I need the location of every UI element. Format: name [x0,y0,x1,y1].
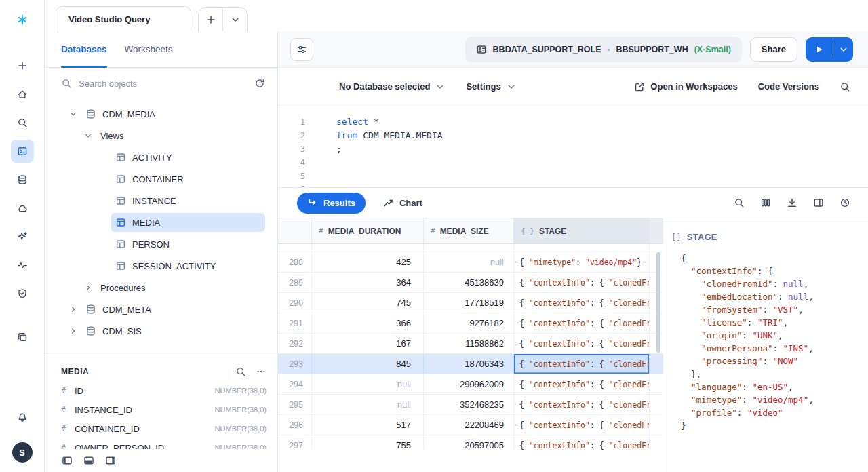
column-row-owner_person_id[interactable]: #OWNER_PERSON_IDNUMBER(38,0) [45,438,277,449]
download-icon[interactable] [787,197,797,208]
layout-bottom-icon[interactable] [83,455,94,466]
media-size-cell[interactable]: 352468235 [424,395,514,414]
stage-cell[interactable] [514,244,650,252]
database-selector[interactable]: No Database selected [339,81,446,92]
open-in-workspaces-link[interactable]: Open in Workspaces [634,81,737,92]
media-duration-cell[interactable]: 745 [312,293,424,313]
rail-item-monitoring[interactable] [11,254,34,277]
tab-databases[interactable]: Databases [61,31,107,67]
media-duration-cell[interactable]: 364 [312,273,424,292]
search-columns-icon[interactable] [235,366,246,377]
media-size-cell[interactable]: 18706343 [424,354,514,374]
table-row[interactable]: 295null352468235{ "contextInfo": { "clon… [278,395,663,415]
table-row[interactable]: 29074517718519{ "contextInfo": { "cloned… [278,293,663,313]
user-avatar[interactable]: S [12,442,33,463]
stage-cell[interactable]: { "contextInfo": { "clonedFro [514,415,650,435]
chevron-right-icon[interactable] [68,304,79,315]
media-size-cell[interactable]: null [424,252,514,272]
code-versions-link[interactable]: Code Versions [758,81,819,92]
rail-item-data-products[interactable] [11,197,34,220]
media-duration-cell[interactable]: null [312,374,424,394]
tree-item-views[interactable]: Views [45,125,277,146]
media-size-cell[interactable] [424,244,514,252]
table-row[interactable]: 28936445138639{ "contextInfo": { "cloned… [278,273,663,293]
column-row-container_id[interactable]: #CONTAINER_IDNUMBER(38,0) [45,419,277,438]
stage-cell[interactable]: { "contextInfo": { "clonedFro [514,435,650,450]
media-duration-cell[interactable]: 845 [312,354,424,374]
media-duration-cell[interactable]: 366 [312,313,424,333]
media-size-cell[interactable]: 11588862 [424,334,514,353]
table-row[interactable]: 288425null{ "mimetype": "video/mp4"} [278,252,663,273]
table-row[interactable]: 29775520597005{ "contextInfo": { "cloned… [278,435,663,450]
settings-menu[interactable]: Settings [466,81,516,92]
worksheet-tab[interactable]: Video Studio Query [56,6,191,31]
run-options-button[interactable] [833,37,853,62]
rail-item-data[interactable] [11,168,34,191]
stage-cell[interactable]: { "contextInfo": { "clonedFro [514,334,650,353]
chart-tab[interactable]: Chart [383,197,422,208]
rail-item-ai-ml[interactable] [11,225,34,248]
tree-item-session_activity[interactable]: SESSION_ACTIVITY [45,255,277,277]
layout-icon[interactable] [813,197,824,208]
column-header-media-size[interactable]: # MEDIA_SIZE [424,218,514,243]
cell-json-viewer[interactable]: { "contextInfo": { "clonedFromId": null,… [681,252,856,432]
media-size-cell[interactable]: 22208469 [424,415,514,435]
stage-cell[interactable]: { "contextInfo": { "clonedFro [514,354,650,374]
tree-item-person[interactable]: PERSON [45,233,277,255]
media-duration-cell[interactable]: 755 [312,435,424,450]
clock-icon[interactable] [840,197,850,208]
column-row-instance_id[interactable]: #INSTANCE_IDNUMBER(38,0) [45,400,277,419]
rail-item-new[interactable] [11,54,34,77]
vertical-scrollbar[interactable] [656,252,660,353]
tree-item-cdm_sis[interactable]: CDM_SIS [45,320,277,342]
media-duration-cell[interactable]: 517 [312,415,424,435]
run-button[interactable] [806,37,833,62]
session-context-selector[interactable]: BBDATA_SUPPORT_ROLE • BBSUPPORT_WH (X-Sm… [465,37,742,62]
rail-item-search[interactable] [11,111,34,134]
table-row[interactable]: 29384518706343{ "contextInfo": { "cloned… [278,354,663,374]
tree-item-instance[interactable]: INSTANCE [45,190,277,212]
rail-item-admin[interactable] [11,282,34,305]
stage-cell[interactable]: { "contextInfo": { "clonedFro [514,395,650,414]
worksheet-settings-button[interactable] [290,38,313,61]
results-tab[interactable]: Results [297,193,366,214]
tree-item-procedures[interactable]: Procedures [45,277,277,298]
columns-icon[interactable] [760,197,771,208]
stage-cell[interactable]: { "contextInfo": { "clonedFro [514,273,650,292]
column-header-stage[interactable]: { } STAGE [514,218,650,243]
media-duration-cell[interactable] [312,244,424,252]
tree-item-media[interactable]: MEDIA [45,212,277,233]
rail-item-home[interactable] [11,83,34,106]
media-size-cell[interactable]: 17718519 [424,293,514,313]
media-duration-cell[interactable]: 167 [312,334,424,353]
media-size-cell[interactable]: 290962009 [424,374,514,394]
table-row[interactable]: 2913669276182{ "contextInfo": { "clonedF… [278,313,663,334]
sql-editor[interactable]: 123456 select *from CDM_MEDIA.MEDIA; [278,106,868,187]
tree-item-activity[interactable]: ACTIVITY [45,146,277,168]
search-icon[interactable] [734,197,745,208]
media-size-cell[interactable]: 45138639 [424,273,514,292]
media-duration-cell[interactable]: 425 [312,252,424,272]
media-size-cell[interactable]: 9276182 [424,313,514,333]
media-duration-cell[interactable]: null [312,395,424,414]
notifications-button[interactable] [11,406,34,429]
more-options-icon[interactable] [256,366,267,377]
table-row[interactable]: 29651722208469{ "contextInfo": { "cloned… [278,415,663,435]
refresh-icon[interactable] [254,78,265,89]
column-row-id[interactable]: #IDNUMBER(38,0) [45,381,277,400]
stage-cell[interactable]: { "contextInfo": { "clonedFro [514,293,650,313]
stage-cell[interactable]: { "contextInfo": { "clonedFro [514,313,650,333]
snowflake-logo-icon[interactable] [11,8,34,31]
chevron-down-icon[interactable] [68,109,79,119]
tree-item-cdm_media[interactable]: CDM_MEDIA [45,103,277,125]
worksheet-list-button[interactable] [223,8,247,31]
stage-cell[interactable]: { "contextInfo": { "clonedFro [514,374,650,394]
media-size-cell[interactable]: 20597005 [424,435,514,450]
chevron-down-icon[interactable] [83,130,94,141]
new-worksheet-button[interactable] [199,8,222,31]
rail-item-apps[interactable] [11,326,34,349]
rail-item-projects[interactable] [11,140,34,163]
layout-right-icon[interactable] [105,455,116,466]
chevron-right-icon[interactable] [68,326,79,336]
table-row[interactable] [278,244,663,252]
